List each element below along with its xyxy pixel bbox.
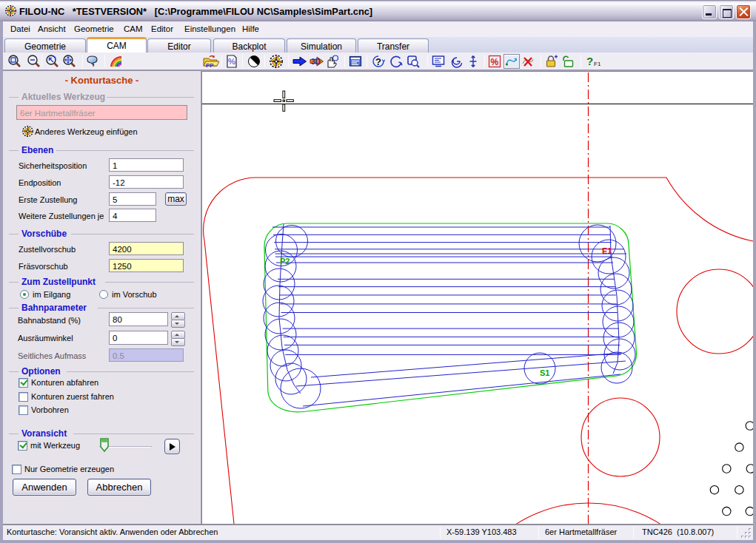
svg-text:%: %: [491, 57, 499, 67]
svg-text:F1: F1: [594, 61, 601, 67]
svg-text:E1: E1: [602, 246, 612, 255]
svg-text:?: ?: [375, 56, 381, 67]
svg-text:?: ?: [586, 55, 593, 67]
svg-text:3D: 3D: [311, 58, 321, 66]
svg-text:S1: S1: [540, 368, 549, 377]
svg-text:P2: P2: [280, 257, 290, 266]
svg-text:%: %: [228, 57, 235, 66]
svg-text:PP: PP: [206, 62, 214, 68]
